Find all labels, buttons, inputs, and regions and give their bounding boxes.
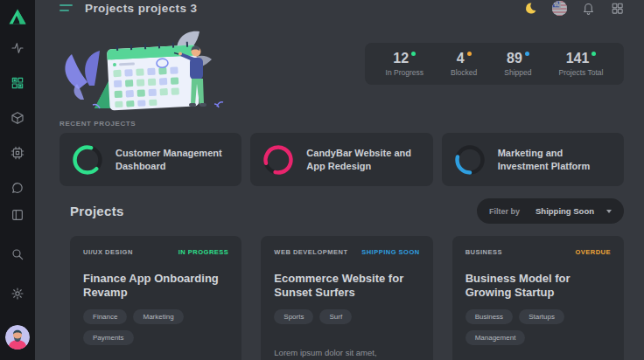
grid-icon <box>611 2 624 15</box>
project-description: Lorem ipsum dolor sit amet, consectetur <box>274 347 419 360</box>
stat-projects-total: 141 Projects Total <box>559 51 604 77</box>
main-area: Projects projects 3 <box>35 0 644 360</box>
recent-project-card[interactable]: Marketing and Investment Platform <box>442 133 624 186</box>
project-category: BUSINESS <box>466 248 502 256</box>
chevron-down-icon <box>606 210 612 213</box>
sidebar-item-messages[interactable] <box>10 180 25 196</box>
stat-blocked: 4 Blocked <box>451 51 477 77</box>
sidebar-item-packages[interactable] <box>10 110 25 126</box>
recent-project-title: CandyBar Website and App Redesign <box>306 147 420 172</box>
avatar-image <box>5 325 30 350</box>
sidebar <box>0 0 35 360</box>
stat-in-progress: 12 In Progress <box>386 51 424 77</box>
project-status-badge: SHIPPING SOON <box>361 248 420 256</box>
progress-ring-icon <box>454 144 486 176</box>
tag[interactable]: Surf <box>319 309 352 324</box>
recent-project-card[interactable]: Customer Management Dashboard <box>60 133 242 186</box>
stat-value: 89 <box>507 51 522 66</box>
sidebar-bottom-nav <box>5 207 30 351</box>
activity-icon <box>10 41 24 55</box>
tag[interactable]: Marketing <box>133 309 183 324</box>
sidebar-item-dashboard[interactable] <box>10 75 25 91</box>
bell-icon <box>582 2 595 15</box>
notifications-button[interactable] <box>580 0 596 16</box>
cube-icon <box>10 111 24 125</box>
moon-icon <box>524 2 537 15</box>
sidebar-item-settings[interactable] <box>10 286 25 301</box>
settings-gear-icon <box>10 287 24 301</box>
progress-ring-icon <box>262 144 294 176</box>
topbar-actions <box>522 0 625 16</box>
project-card[interactable]: BUSINESS OVERDUE Business Model for Grow… <box>452 236 624 360</box>
tag[interactable]: Business <box>466 309 513 324</box>
stat-label: In Progress <box>386 69 424 77</box>
chat-icon <box>10 181 24 195</box>
stat-label: Shipped <box>504 69 531 77</box>
project-tags: Finance Marketing Payments <box>83 309 228 345</box>
tag[interactable]: Sports <box>274 309 313 324</box>
status-dot <box>525 52 529 56</box>
calendar-illustration <box>54 28 229 111</box>
hamburger-icon <box>60 4 73 6</box>
sidebar-nav <box>10 40 25 196</box>
recent-project-title: Customer Management Dashboard <box>116 147 229 172</box>
status-dot <box>411 52 416 56</box>
sidebar-item-system[interactable] <box>10 145 25 161</box>
sidebar-item-panels[interactable] <box>10 207 25 223</box>
progress-ring-icon <box>72 144 103 176</box>
recent-projects-heading: RECENT PROJECTS <box>60 120 624 128</box>
project-title: Finance App Onboarding Revamp <box>83 272 228 301</box>
hamburger-icon <box>60 10 69 11</box>
stat-shipped: 89 Shipped <box>504 51 531 77</box>
project-title: Business Model for Growing Startup <box>466 272 611 301</box>
projects-heading: Projects <box>70 204 124 218</box>
content: 12 In Progress 4 Blocked 89 <box>35 16 644 360</box>
stat-value: 4 <box>457 51 465 66</box>
stat-value: 12 <box>393 51 409 66</box>
dashboard-grid-icon <box>10 76 24 90</box>
project-category: WEB DEVELOPMENT <box>274 248 347 256</box>
stat-value: 141 <box>566 51 590 66</box>
user-avatar[interactable] <box>5 325 30 350</box>
project-status-badge: OVERDUE <box>575 248 611 256</box>
page-title: Projects projects 3 <box>85 2 197 15</box>
stats-summary-card: 12 In Progress 4 Blocked 89 <box>365 43 624 85</box>
search-icon <box>10 247 24 261</box>
layout-panel-icon <box>10 208 24 222</box>
stat-label: Blocked <box>451 69 477 77</box>
recent-project-card[interactable]: CandyBar Website and App Redesign <box>250 133 432 186</box>
recent-project-title: Marketing and Investment Platform <box>498 147 612 172</box>
filter-label: Filter by <box>489 207 520 216</box>
topbar: Projects projects 3 <box>35 0 644 16</box>
theme-toggle-button[interactable] <box>522 0 538 16</box>
tag[interactable]: Finance <box>83 309 127 324</box>
status-dot <box>467 52 472 56</box>
tag[interactable]: Startups <box>519 309 564 324</box>
filter-selected-value: Shipping Soon <box>536 206 594 216</box>
project-card[interactable]: WEB DEVELOPMENT SHIPPING SOON Ecommerce … <box>261 236 432 360</box>
language-selector[interactable] <box>551 0 567 16</box>
status-dot <box>592 52 596 56</box>
project-status-badge: IN PROGRESS <box>178 248 229 256</box>
recent-projects-row: Customer Management Dashboard CandyBar W… <box>60 133 624 186</box>
app-logo[interactable] <box>9 0 26 33</box>
cpu-icon <box>10 146 24 160</box>
project-tags: Sports Surf <box>274 309 419 324</box>
stat-label: Projects Total <box>559 69 604 77</box>
tag[interactable]: Management <box>466 330 526 345</box>
hero-section: 12 In Progress 4 Blocked 89 <box>60 28 624 111</box>
sidebar-item-search[interactable] <box>10 246 25 262</box>
projects-grid: UI/UX DESIGN IN PROGRESS Finance App Onb… <box>70 236 624 360</box>
tag[interactable]: Payments <box>83 330 134 345</box>
project-tags: Business Startups Management <box>466 309 611 345</box>
menu-toggle-button[interactable] <box>60 4 73 11</box>
apps-menu-button[interactable] <box>609 0 625 16</box>
triangle-logo-icon <box>9 9 26 24</box>
projects-header: Projects Filter by Shipping Soon <box>60 198 624 224</box>
us-flag-icon <box>552 1 567 16</box>
project-category: UI/UX DESIGN <box>83 248 133 256</box>
filter-dropdown[interactable]: Filter by Shipping Soon <box>477 198 624 224</box>
project-title: Ecommerce Website for Sunset Surfers <box>274 272 419 301</box>
sidebar-item-activity[interactable] <box>10 40 25 56</box>
project-card[interactable]: UI/UX DESIGN IN PROGRESS Finance App Onb… <box>70 236 242 360</box>
